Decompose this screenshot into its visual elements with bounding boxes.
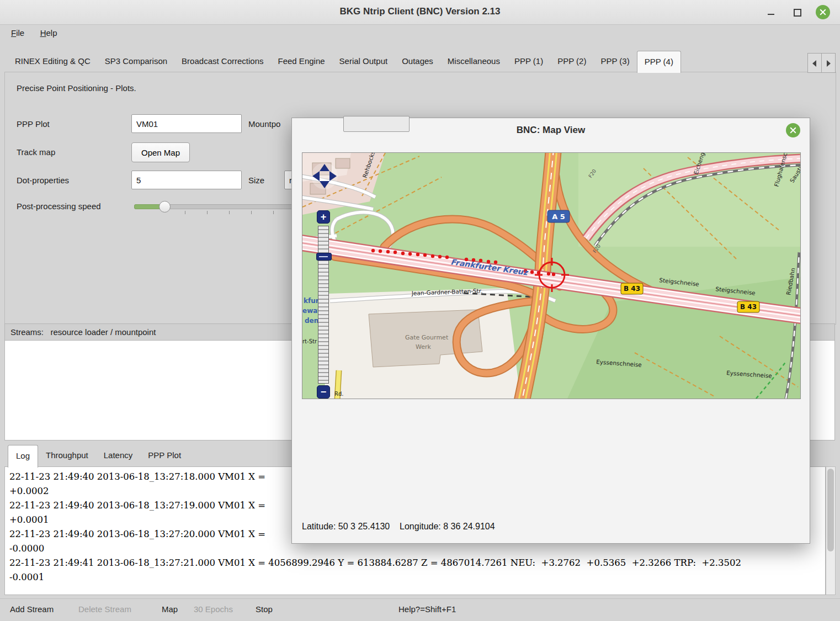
zoom-slider-handle[interactable] bbox=[316, 253, 332, 261]
dialog-close-button[interactable] bbox=[786, 123, 800, 137]
speed-slider-handle[interactable] bbox=[159, 201, 171, 213]
tab-ppp-1[interactable]: PPP (1) bbox=[507, 52, 550, 72]
add-stream-button[interactable]: Add Stream bbox=[10, 604, 54, 614]
map-view-dialog: BNC: Map View bbox=[291, 118, 810, 544]
tab-ppp-2[interactable]: PPP (2) bbox=[550, 52, 593, 72]
minimize-button[interactable] bbox=[764, 5, 778, 19]
map-pan-control bbox=[311, 163, 338, 189]
sign-b43-text: B 43 bbox=[624, 285, 640, 293]
tab-sp3-comparison[interactable]: SP3 Comparison bbox=[98, 52, 174, 72]
main-tabbar: RINEX Editing & QC SP3 Comparison Broadc… bbox=[8, 52, 681, 72]
slider-tick bbox=[273, 211, 274, 214]
label-gate-gourmet-werk: Werk bbox=[416, 343, 432, 351]
tab-feed-engine[interactable]: Feed Engine bbox=[271, 52, 332, 72]
stop-button[interactable]: Stop bbox=[256, 604, 273, 614]
mountpoints-label: Mountpo bbox=[248, 119, 280, 129]
tab-miscellaneous[interactable]: Miscellaneous bbox=[440, 52, 507, 72]
log-tabbar: Log Throughput Latency PPP Plot bbox=[8, 445, 189, 467]
tab-serial-output[interactable]: Serial Output bbox=[332, 52, 395, 72]
bnc-main-window: BKG Ntrip Client (BNC) Version 2.13 File… bbox=[0, 0, 840, 621]
slider-tick bbox=[251, 211, 252, 214]
pan-left-icon[interactable] bbox=[312, 171, 320, 181]
chevron-right-icon bbox=[827, 60, 831, 67]
minimize-icon bbox=[768, 14, 774, 15]
label-fragment-rd: Rd. bbox=[334, 391, 343, 397]
chevron-left-icon bbox=[812, 60, 816, 67]
tab-throughput[interactable]: Throughput bbox=[38, 445, 96, 467]
size-label: Size bbox=[248, 176, 264, 185]
tab-scroll-left-button[interactable] bbox=[807, 53, 822, 73]
ppp-plot-label: PPP Plot bbox=[17, 119, 50, 129]
dot-properties-label: Dot-properties bbox=[17, 176, 69, 185]
tab-log[interactable]: Log bbox=[8, 445, 38, 468]
track-map-label: Track map bbox=[17, 147, 55, 157]
label-fragment-rt-str: rt-Str bbox=[302, 338, 317, 344]
label-gate-gourmet: Gate Gourmet bbox=[405, 334, 449, 341]
tab-ppp-plot[interactable]: PPP Plot bbox=[140, 445, 189, 467]
delete-stream-button: Delete Stream bbox=[78, 604, 131, 614]
tab-scroll-right-button[interactable] bbox=[821, 53, 836, 73]
sign-a5: A 5 bbox=[547, 210, 570, 222]
epochs-button: 30 Epochs bbox=[194, 604, 233, 614]
slider-tick bbox=[185, 211, 185, 214]
log-line: 22-11-23 21:49:41 2013-06-18_13:27:21.00… bbox=[5, 556, 825, 570]
menu-help[interactable]: Help bbox=[34, 24, 64, 41]
map-canvas[interactable]: A 5 B 43 B 43 Rehbockschneise Jean-Gardn… bbox=[302, 152, 801, 399]
menu-file[interactable]: File bbox=[4, 24, 31, 41]
sign-a5-text: A 5 bbox=[552, 213, 565, 221]
zoom-in-button[interactable]: + bbox=[317, 210, 330, 224]
pan-down-icon[interactable] bbox=[320, 181, 329, 188]
coordinates-readout: Latitude: 50 3 25.4130 Longitude: 8 36 2… bbox=[302, 522, 495, 532]
titlebar[interactable]: BKG Ntrip Client (BNC) Version 2.13 bbox=[0, 0, 840, 25]
window-title: BKG Ntrip Client (BNC) Version 2.13 bbox=[0, 6, 840, 17]
sign-b43: B 43 bbox=[737, 301, 759, 312]
open-map-button[interactable]: Open Map bbox=[131, 142, 190, 162]
zoom-slider-track[interactable] bbox=[318, 226, 329, 384]
panel-heading: Precise Point Positioning - Plots. bbox=[17, 83, 136, 93]
osm-map: A 5 B 43 B 43 Rehbockschneise Jean-Gardn… bbox=[302, 153, 800, 399]
menubar: File Help bbox=[0, 24, 840, 43]
pan-up-icon[interactable] bbox=[320, 164, 329, 171]
tab-ppp-3[interactable]: PPP (3) bbox=[593, 52, 636, 72]
sign-b43-text: B 43 bbox=[740, 303, 757, 311]
sign-b43: B 43 bbox=[621, 283, 643, 294]
pan-right-icon[interactable] bbox=[329, 171, 337, 181]
ppp-plot-input[interactable] bbox=[131, 114, 242, 133]
tab-broadcast-corrections[interactable]: Broadcast Corrections bbox=[174, 52, 270, 72]
maximize-icon bbox=[794, 9, 801, 17]
tab-outages[interactable]: Outages bbox=[395, 52, 440, 72]
map-button[interactable]: Map bbox=[162, 604, 178, 614]
mountpoints-combo-remnant[interactable] bbox=[343, 116, 410, 132]
log-line: -0.0001 bbox=[5, 570, 825, 585]
dot-size-input[interactable] bbox=[131, 171, 242, 189]
maximize-button[interactable] bbox=[790, 5, 804, 19]
slider-tick bbox=[229, 211, 230, 214]
post-processing-speed-label: Post-processing speed bbox=[17, 201, 101, 211]
tab-latency[interactable]: Latency bbox=[96, 445, 141, 467]
scrollbar-thumb[interactable] bbox=[827, 469, 834, 551]
tab-ppp-4[interactable]: PPP (4) bbox=[637, 51, 681, 73]
statusbar: Add Stream Delete Stream Map 30 Epochs S… bbox=[0, 598, 840, 621]
zoom-out-button[interactable]: − bbox=[317, 385, 330, 399]
help-hint: Help?=Shift+F1 bbox=[398, 604, 456, 614]
close-button[interactable] bbox=[816, 5, 830, 19]
log-scrollbar[interactable] bbox=[826, 466, 836, 595]
tab-rinex-editing-qc[interactable]: RINEX Editing & QC bbox=[8, 52, 98, 72]
slider-tick bbox=[207, 211, 208, 214]
